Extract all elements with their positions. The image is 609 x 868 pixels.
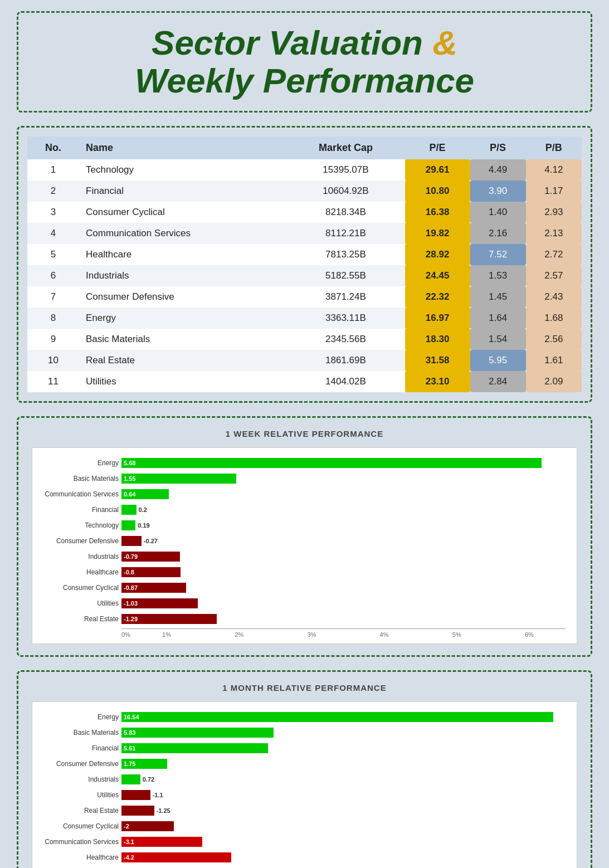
chart-label: Consumer Defensive: [35, 760, 119, 768]
col-header-marketcap: Market Cap: [286, 136, 405, 159]
cell-ps: 4.49: [470, 159, 526, 181]
bar-value: -0.8: [121, 569, 137, 576]
bar-value: -3.1: [121, 838, 137, 845]
cell-name: Consumer Cyclical: [79, 202, 286, 223]
chart-bar: 1.75: [121, 759, 167, 769]
table-section: No. Name Market Cap P/E P/S P/B 1 Techno…: [17, 126, 592, 403]
cell-no: 1: [27, 159, 79, 181]
chart-row: Healthcare-4.2: [121, 851, 566, 864]
chart-label: Financial: [35, 744, 119, 752]
table-row: 1 Technology 15395.07B 29.61 4.49 4.12: [27, 159, 582, 181]
cell-pe: 22.32: [405, 286, 470, 308]
chart-label: Energy: [35, 713, 119, 721]
cell-pe: 31.58: [405, 350, 470, 371]
chart-row: Technology0.19: [121, 519, 566, 531]
cell-no: 6: [27, 265, 79, 286]
cell-no: 3: [27, 202, 79, 223]
chart-bar-area: -0.8: [121, 566, 566, 578]
chart-bar-area: 5.61: [121, 742, 566, 754]
col-header-name: Name: [79, 136, 286, 159]
chart-bar: [121, 520, 135, 530]
cell-name: Financial: [79, 181, 286, 202]
cell-market-cap: 8112.21B: [286, 223, 405, 244]
bar-value: 0.2: [137, 506, 147, 513]
chart-row: Consumer Defensive-0.27: [121, 535, 566, 547]
chart-label: Healthcare: [35, 854, 119, 861]
col-header-pb: P/B: [526, 136, 582, 159]
cell-pe: 10.80: [405, 181, 470, 202]
cell-no: 2: [27, 181, 79, 202]
chart-bar-area: 0.19: [121, 519, 566, 531]
cell-name: Industrials: [79, 265, 286, 286]
sector-table: No. Name Market Cap P/E P/S P/B 1 Techno…: [27, 136, 582, 392]
table-row: 4 Communication Services 8112.21B 19.82 …: [27, 223, 582, 244]
chart-bar-area: 1.55: [121, 472, 566, 485]
chart-bar: -4.2: [121, 852, 231, 862]
cell-pe: 24.45: [405, 265, 470, 286]
cell-ps: 1.53: [470, 265, 526, 286]
cell-ps: 2.16: [470, 223, 526, 244]
cell-ps: 3.90: [470, 181, 526, 202]
chart-row: Energy16.54: [121, 711, 566, 723]
col-header-no: No.: [27, 136, 79, 159]
chart-label: Healthcare: [35, 568, 119, 576]
chart-bar-area: 5.83: [121, 726, 566, 739]
x-tick: 3%: [275, 631, 348, 638]
cell-pb: 1.61: [526, 350, 582, 371]
chart-label: Consumer Cyclical: [35, 584, 119, 592]
week-chart-section: 1 WEEK RELATIVE PERFORMANCE Energy5.68Ba…: [17, 416, 592, 657]
cell-ps: 5.95: [470, 350, 526, 371]
chart-row: Industrials0.72: [121, 773, 566, 786]
cell-pb: 2.09: [526, 371, 582, 392]
chart-label: Financial: [35, 506, 119, 514]
week-chart-title: 1 WEEK RELATIVE PERFORMANCE: [32, 429, 577, 438]
cell-market-cap: 2345.56B: [286, 329, 405, 350]
chart-bar: 5.83: [121, 728, 274, 738]
chart-label: Basic Materials: [35, 729, 119, 737]
month-chart-bars: Energy16.54Basic Materials5.83Financial5…: [121, 711, 566, 868]
chart-label: Utilities: [35, 599, 119, 607]
bar-value: -1.29: [121, 616, 140, 622]
cell-ps: 1.45: [470, 286, 526, 308]
cell-pe: 28.92: [405, 244, 470, 265]
chart-row: Real Estate-1.25: [121, 804, 566, 817]
chart-label: Consumer Defensive: [35, 537, 119, 545]
chart-bar: -1.03: [121, 598, 198, 608]
chart-bar-area: 16.54: [121, 711, 566, 723]
cell-ps: 2.84: [470, 371, 526, 392]
cell-pb: 2.13: [526, 223, 582, 244]
chart-label: Basic Materials: [35, 475, 119, 482]
cell-no: 5: [27, 244, 79, 265]
cell-pb: 2.72: [526, 244, 582, 265]
x-tick: 2%: [203, 631, 275, 638]
bar-value: 1.75: [121, 760, 138, 767]
chart-bar-area: 0.2: [121, 504, 566, 516]
x-tick: 5%: [421, 631, 493, 638]
title-line1: Sector Valuation: [152, 23, 432, 62]
cell-no: 8: [27, 308, 79, 329]
week-chart-bars: Energy5.68Basic Materials1.55Communicati…: [121, 457, 566, 625]
bar-value: -2: [121, 823, 131, 830]
cell-no: 10: [27, 350, 79, 371]
chart-bar: -0.87: [121, 583, 186, 593]
bar-value: 5.83: [121, 729, 138, 736]
cell-name: Consumer Defensive: [79, 286, 286, 308]
chart-label: Consumer Cyclical: [35, 822, 119, 830]
bar-value: 16.54: [121, 714, 142, 720]
cell-pe: 16.97: [405, 308, 470, 329]
table-row: 2 Financial 10604.92B 10.80 3.90 1.17: [27, 181, 582, 202]
chart-row: Communication Services-3.1: [121, 836, 566, 848]
col-header-pe: P/E: [405, 136, 470, 159]
title-line2: Weekly Performance: [135, 61, 474, 100]
chart-bar: -1.29: [121, 614, 217, 624]
chart-row: Financial0.2: [121, 504, 566, 516]
cell-ps: 1.40: [470, 202, 526, 223]
bar-value: -0.87: [121, 584, 140, 591]
chart-bar-area: 0.72: [121, 773, 566, 786]
chart-bar-area: -1.1: [121, 789, 566, 801]
chart-bar: [121, 536, 142, 546]
table-row: 7 Consumer Defensive 3871.24B 22.32 1.45…: [27, 286, 582, 308]
cell-market-cap: 8218.34B: [286, 202, 405, 223]
cell-no: 9: [27, 329, 79, 350]
chart-bar-area: -1.25: [121, 804, 566, 817]
